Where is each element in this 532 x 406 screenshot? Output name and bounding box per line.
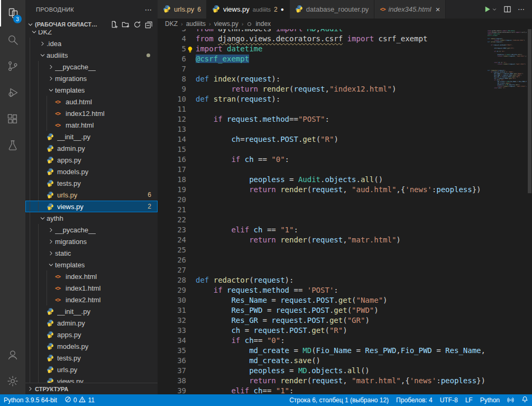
- notifications-bell-icon[interactable]: [518, 394, 532, 406]
- tree-item-__pycache__[interactable]: __pycache__: [25, 61, 158, 73]
- tree-item-index2.html[interactable]: <>index2.html: [25, 294, 158, 305]
- new-folder-icon[interactable]: [121, 20, 130, 29]
- line-number[interactable]: 11: [158, 104, 186, 114]
- workspace-section-header[interactable]: (РАБОЧАЯ ОБЛАСТЬ) ...: [25, 19, 158, 30]
- tree-item-aythh[interactable]: aythh: [25, 212, 158, 224]
- line-number[interactable]: 35: [158, 346, 186, 356]
- code-line-21[interactable]: [196, 205, 488, 215]
- editor-more-actions-icon[interactable]: ⋯: [518, 5, 525, 13]
- problems-status[interactable]: 0 11: [61, 394, 98, 406]
- lightbulb-icon[interactable]: [187, 46, 194, 52]
- tree-item-models.py[interactable]: models.py: [25, 340, 158, 352]
- run-dropdown-chevron-icon[interactable]: [492, 7, 497, 12]
- tree-item-templates[interactable]: templates: [25, 84, 158, 96]
- tab-database-roouter-py[interactable]: database_roouter.py: [290, 0, 375, 19]
- tree-item-urls.py[interactable]: urls.py6: [25, 189, 158, 201]
- code-line-6[interactable]: @csrf_exempt: [196, 54, 488, 64]
- line-number[interactable]: 17: [158, 165, 186, 175]
- code-line-9[interactable]: return render(request,"index12.html"): [196, 84, 488, 94]
- run-python-file-button[interactable]: [483, 5, 497, 13]
- line-number[interactable]: 10: [158, 94, 186, 104]
- breadcrumb-item[interactable]: index: [255, 20, 271, 28]
- code-line-5[interactable]: import datetime: [196, 44, 488, 54]
- line-number[interactable]: 33: [158, 326, 186, 336]
- line-number[interactable]: 5: [158, 44, 186, 54]
- cursor-position-status[interactable]: Строка 6, столбец 1 (выбрано 12): [286, 394, 392, 406]
- tree-item-views.py[interactable]: views.py: [25, 375, 158, 383]
- code-line-19[interactable]: return render(request, "aud.html",{'news…: [196, 185, 488, 195]
- line-number[interactable]: 12: [158, 114, 186, 124]
- code-line-3[interactable]: from aythh.models import MD,Audit: [196, 29, 488, 34]
- breadcrumb-item[interactable]: audiiits: [186, 20, 206, 28]
- tree-item-index12.html[interactable]: <>index12.html: [25, 107, 158, 119]
- line-number[interactable]: 30: [158, 295, 186, 305]
- code-line-12[interactable]: if request.method=="POST":: [196, 114, 488, 124]
- line-number[interactable]: 24: [158, 235, 186, 245]
- code-line-23[interactable]: elif ch == "1":: [196, 225, 488, 235]
- line-number[interactable]: 20: [158, 195, 186, 205]
- scrollbar-thumb[interactable]: [528, 29, 531, 193]
- code-line-36[interactable]: md_create.save(): [196, 356, 488, 366]
- line-number[interactable]: 25: [158, 245, 186, 255]
- tree-item-apps.py[interactable]: apps.py: [25, 154, 158, 166]
- breadcrumb-item[interactable]: DKZ: [165, 20, 178, 28]
- new-file-icon[interactable]: [109, 20, 118, 29]
- line-number[interactable]: 13: [158, 124, 186, 134]
- tab-index345-html[interactable]: <> index345.html ×: [374, 0, 446, 19]
- sidebar-more-actions-icon[interactable]: ⋯: [145, 5, 152, 14]
- tree-item-matr.html[interactable]: <>matr.html: [25, 119, 158, 131]
- code-line-28[interactable]: def redactor(request):: [196, 275, 488, 285]
- code-line-33[interactable]: ch = request.POST.get("R"): [196, 326, 488, 336]
- code-line-16[interactable]: if ch == "0":: [196, 155, 488, 165]
- line-number[interactable]: 18: [158, 175, 186, 185]
- line-number[interactable]: 4: [158, 34, 186, 44]
- code-line-14[interactable]: ch=request.POST.get("R"): [196, 134, 488, 145]
- encoding-status[interactable]: UTF-8: [436, 394, 462, 406]
- code-line-20[interactable]: [196, 195, 488, 205]
- code-line-4[interactable]: from django.views.decorators.csrf import…: [196, 34, 488, 44]
- code-line-22[interactable]: [196, 215, 488, 225]
- line-number-gutter[interactable]: 3456789101112131415161718192021222324252…: [158, 29, 186, 394]
- indentation-status[interactable]: Пробелов: 4: [392, 394, 436, 406]
- outline-section-header[interactable]: СТРУКТУРА: [25, 383, 158, 394]
- tree-item-static[interactable]: static: [25, 247, 158, 259]
- settings-icon[interactable]: [0, 368, 25, 394]
- tree-item-.idea[interactable]: .idea: [25, 38, 158, 49]
- line-number[interactable]: 19: [158, 185, 186, 195]
- code-line-26[interactable]: [196, 255, 488, 265]
- collapse-all-icon[interactable]: [144, 20, 153, 29]
- code-line-11[interactable]: [196, 104, 488, 114]
- line-number[interactable]: 39: [158, 386, 186, 394]
- code-line-17[interactable]: [196, 165, 488, 175]
- code-line-31[interactable]: Res_PWD = request.POST.get("PWD"): [196, 305, 488, 315]
- code-line-39[interactable]: elif ch== "1":: [196, 386, 488, 394]
- code-line-27[interactable]: [196, 265, 488, 275]
- minimap[interactable]: from aythh.models import MD,Auditfrom dj…: [488, 29, 527, 394]
- tree-item-index1.html[interactable]: <>index1.html: [25, 282, 158, 294]
- line-number[interactable]: 27: [158, 265, 186, 275]
- line-number[interactable]: 21: [158, 205, 186, 215]
- search-icon[interactable]: [0, 26, 25, 53]
- line-number[interactable]: 37: [158, 366, 186, 376]
- code-line-18[interactable]: peopless = Audit.objects.all(): [196, 175, 488, 185]
- tree-item-aud.html[interactable]: <>aud.html: [25, 96, 158, 107]
- split-editor-icon[interactable]: [503, 5, 511, 13]
- language-mode-status[interactable]: Python: [476, 394, 503, 406]
- tree-item-__pycache__[interactable]: __pycache__: [25, 224, 158, 236]
- code-line-15[interactable]: [196, 145, 488, 155]
- code-line-32[interactable]: Res_GR = request.POST.get("GR"): [196, 315, 488, 326]
- code-line-7[interactable]: [196, 64, 488, 74]
- tree-item-migrations[interactable]: migrations: [25, 73, 158, 84]
- signal-icon[interactable]: [503, 394, 518, 406]
- tree-item-DKZ[interactable]: DKZ: [25, 30, 158, 38]
- editor-scrollbar[interactable]: [527, 29, 532, 394]
- code-line-37[interactable]: peopless = MD.objects.all(): [196, 366, 488, 376]
- line-number[interactable]: 29: [158, 285, 186, 295]
- line-number[interactable]: 26: [158, 255, 186, 265]
- line-number[interactable]: 23: [158, 225, 186, 235]
- tree-item-models.py[interactable]: models.py: [25, 166, 158, 177]
- python-interpreter-status[interactable]: Python 3.9.5 64-bit: [0, 394, 61, 406]
- line-number[interactable]: 8: [158, 74, 186, 84]
- testing-icon[interactable]: [0, 132, 25, 159]
- line-number[interactable]: 36: [158, 356, 186, 366]
